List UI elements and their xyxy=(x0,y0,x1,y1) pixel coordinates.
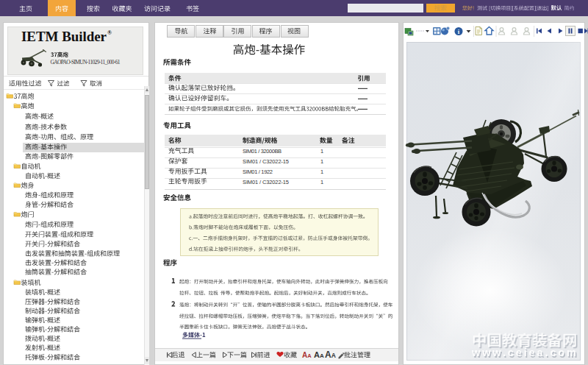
svg-text:®: ® xyxy=(107,29,112,36)
svg-text:SIM01 / C32022-15: SIM01 / C32022-15 xyxy=(243,179,289,185)
svg-text:IETM Builder: IETM Builder xyxy=(21,29,107,44)
svg-text:1: 1 xyxy=(320,169,323,175)
svg-text:1: 1 xyxy=(320,179,323,185)
svg-text:SIM01 / C32022-15: SIM01 / C32022-15 xyxy=(243,158,289,165)
svg-text:GAOPAO-SIMUN-11029-11_000-61: GAOPAO-SIMUN-11029-11_000-61 xyxy=(51,59,121,65)
svg-text:SIM01 / 1922: SIM01 / 1922 xyxy=(243,169,273,175)
svg-text:SIM01 / 32000BB: SIM01 / 32000BB xyxy=(243,148,282,155)
svg-text:1: 1 xyxy=(320,148,323,155)
svg-text:AA: AA xyxy=(302,351,312,359)
svg-text:www.ceiea.com: www.ceiea.com xyxy=(471,347,576,358)
svg-text:AA: AA xyxy=(314,350,324,359)
svg-text:1: 1 xyxy=(320,158,323,165)
svg-text:AA: AA xyxy=(325,350,336,360)
